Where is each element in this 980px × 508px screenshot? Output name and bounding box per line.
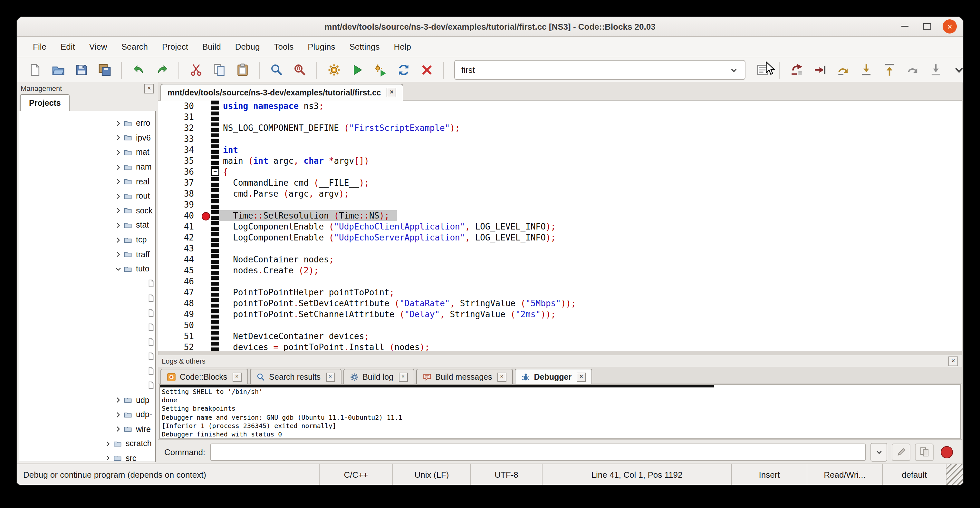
step-into-button[interactable] (854, 60, 878, 80)
minimize-button[interactable] (897, 19, 912, 33)
menu-file[interactable]: File (26, 39, 54, 54)
tree-item-th[interactable]: th (19, 378, 155, 393)
replace-button[interactable] (288, 60, 311, 80)
menu-project[interactable]: Project (155, 39, 195, 54)
breakpoint-margin[interactable] (200, 320, 211, 331)
maximize-button[interactable] (920, 19, 934, 33)
chevron-right-icon[interactable] (115, 149, 124, 156)
breakpoint-margin[interactable] (200, 221, 211, 232)
rebuild-button[interactable] (392, 60, 415, 80)
command-history-dropdown[interactable] (870, 443, 887, 461)
copy-log-button[interactable] (915, 443, 934, 460)
breakpoint-margin[interactable] (200, 123, 211, 134)
redo-button[interactable] (150, 60, 173, 80)
breakpoint-margin[interactable] (200, 309, 211, 320)
run-button[interactable] (345, 60, 369, 80)
tab-close-icon[interactable]: × (399, 372, 407, 381)
paste-button[interactable] (231, 60, 254, 80)
breakpoint-margin[interactable] (200, 199, 211, 210)
breakpoint-margin[interactable] (200, 254, 211, 265)
tree-item-six[interactable]: six (19, 364, 155, 378)
breakpoint-margin[interactable] (200, 298, 211, 309)
debug-continue-button[interactable] (785, 60, 808, 80)
step-into-instruction-button[interactable] (924, 60, 947, 80)
edit-command-button[interactable] (892, 443, 910, 460)
breakpoint-margin[interactable] (200, 144, 211, 155)
tree-item-rout[interactable]: rout (19, 189, 155, 204)
cut-button[interactable] (184, 60, 207, 80)
tab-search-results[interactable]: Search results× (250, 369, 341, 384)
open-file-button[interactable] (46, 60, 70, 80)
tab-code-blocks[interactable]: Code::Blocks× (161, 369, 248, 384)
tree-item-fir[interactable]: fir (19, 291, 155, 305)
chevron-right-icon[interactable] (104, 455, 113, 462)
breakpoint-margin[interactable] (200, 210, 211, 221)
breakpoint-margin[interactable] (200, 134, 211, 144)
breakpoint-margin[interactable] (200, 111, 211, 123)
menu-debug[interactable]: Debug (228, 39, 267, 54)
chevron-right-icon[interactable] (115, 163, 124, 170)
editor-tab-close-icon[interactable]: × (387, 88, 396, 97)
chevron-down-icon[interactable] (115, 265, 124, 272)
tree-item-real[interactable]: real (19, 174, 155, 189)
breakpoint-margin[interactable] (200, 331, 211, 342)
tree-item-erro[interactable]: erro (19, 116, 155, 131)
tab-build-messages[interactable]: Build messages× (416, 369, 513, 384)
save-button[interactable] (70, 60, 93, 80)
menu-tools[interactable]: Tools (267, 39, 301, 54)
tree-item-udp-[interactable]: udp- (19, 408, 155, 422)
tree-item-sock[interactable]: sock (19, 204, 155, 218)
copy-button[interactable] (207, 60, 231, 80)
chevron-right-icon[interactable] (115, 193, 124, 200)
code-area[interactable]: 30using namespace ns3;3132NS_LOG_COMPONE… (158, 100, 962, 351)
tree-item-he[interactable]: he (19, 320, 155, 334)
menu-search[interactable]: Search (115, 39, 155, 54)
titlebar[interactable]: mnt/dev/tools/source/ns-3-dev/examples/t… (17, 17, 963, 37)
undo-button[interactable] (127, 60, 150, 80)
tree-item-stat[interactable]: stat (19, 218, 155, 233)
search-combo[interactable]: first (454, 60, 746, 80)
chevron-right-icon[interactable] (115, 134, 124, 142)
chevron-right-icon[interactable] (115, 251, 124, 258)
breakpoint-margin[interactable] (200, 232, 211, 243)
menu-plugins[interactable]: Plugins (301, 39, 342, 54)
menu-build[interactable]: Build (195, 39, 228, 54)
run-to-cursor-button[interactable] (808, 60, 831, 80)
step-out-button[interactable] (878, 60, 901, 80)
breakpoint-margin[interactable] (200, 276, 211, 287)
chevron-right-icon[interactable] (115, 207, 124, 214)
breakpoint-margin[interactable] (200, 287, 211, 298)
menu-edit[interactable]: Edit (54, 39, 82, 54)
tab-projects[interactable]: Projects (20, 94, 70, 111)
tree-item-ipv6[interactable]: ipv6 (19, 131, 155, 145)
menu-help[interactable]: Help (387, 39, 418, 54)
breakpoint-margin[interactable] (200, 100, 211, 111)
next-instruction-button[interactable] (901, 60, 924, 80)
abort-button[interactable] (415, 60, 438, 80)
chevron-right-icon[interactable] (115, 426, 124, 433)
chevron-right-icon[interactable] (115, 120, 124, 127)
toolbar-overflow-button[interactable] (947, 60, 963, 80)
tree-item-fo[interactable]: fo (19, 305, 155, 320)
build-button[interactable] (322, 60, 345, 80)
breakpoint-marker[interactable] (202, 212, 210, 220)
debugger-log[interactable]: Setting SHELL to '/bin/sh'doneSetting br… (159, 384, 961, 439)
tab-close-icon[interactable]: × (577, 372, 586, 381)
tree-item-traff[interactable]: traff (19, 247, 155, 262)
tree-item-wire[interactable]: wire (19, 422, 155, 436)
management-close-icon[interactable]: × (144, 83, 154, 93)
command-input[interactable] (210, 443, 866, 460)
menu-settings[interactable]: Settings (342, 39, 387, 54)
chevron-right-icon[interactable] (104, 440, 113, 447)
breakpoint-margin[interactable] (200, 188, 211, 199)
breakpoint-margin[interactable] (200, 166, 211, 177)
chevron-right-icon[interactable] (115, 411, 124, 418)
breakpoint-margin[interactable] (200, 155, 211, 166)
build-and-run-button[interactable] (369, 60, 392, 80)
resize-grip[interactable] (946, 464, 963, 485)
tree-item-fif[interactable]: fif (19, 276, 155, 291)
close-button[interactable]: × (943, 19, 957, 33)
chevron-right-icon[interactable] (115, 222, 124, 229)
save-all-button[interactable] (93, 60, 116, 80)
logs-close-icon[interactable]: × (948, 356, 958, 366)
